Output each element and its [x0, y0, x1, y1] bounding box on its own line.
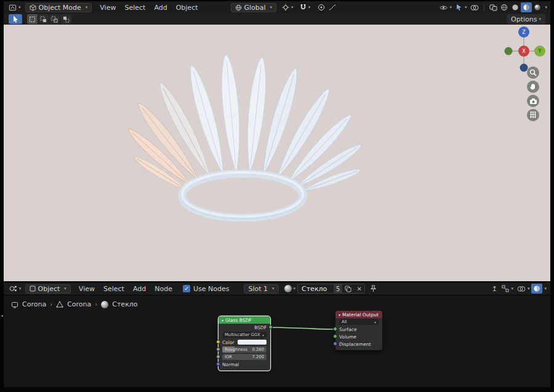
select-tool-button[interactable]: [9, 14, 22, 24]
cube-icon: [30, 4, 36, 11]
target-dropdown[interactable]: All ▾: [339, 319, 379, 325]
chevron-down-icon: ▾: [272, 286, 275, 291]
topbar: ▾ Object Mode ▾ View Select Add Object G…: [4, 1, 550, 14]
menu-view[interactable]: View: [95, 4, 120, 12]
shader-menu-select[interactable]: Select: [99, 285, 129, 293]
ior-row: IOR 7.200: [219, 353, 270, 361]
select-mode-new-button[interactable]: [27, 14, 38, 24]
breadcrumb-material[interactable]: Стекло: [112, 300, 137, 308]
roughness-input-socket[interactable]: [216, 347, 220, 351]
displacement-input-socket[interactable]: [333, 342, 337, 346]
parent-node-tree-button[interactable]: ↥: [489, 284, 500, 294]
target-label: All: [342, 319, 347, 324]
proportional-editing-toggle[interactable]: [316, 2, 327, 12]
menu-object[interactable]: Object: [172, 4, 203, 12]
new-material-button[interactable]: [342, 284, 354, 293]
glass-node-header[interactable]: ▾ Glass BSDF: [219, 316, 270, 324]
surface-row: Surface: [335, 326, 382, 333]
slot-dropdown[interactable]: Slot 1 ▾: [244, 284, 278, 294]
distribution-dropdown[interactable]: Multiscatter GGX ▾: [222, 332, 267, 338]
gizmos-dropdown[interactable]: ▾: [454, 2, 469, 12]
volume-input-socket[interactable]: [333, 334, 337, 338]
chevron-right-icon: ›: [95, 301, 97, 308]
shading-solid-button[interactable]: [510, 2, 521, 12]
pivot-icon: [282, 4, 289, 11]
move-view-button[interactable]: [527, 81, 539, 93]
chevron-down-icon: ▾: [86, 5, 88, 10]
mode-dropdown[interactable]: Object Mode ▾: [25, 3, 92, 12]
chevron-down-icon: ▾: [64, 286, 66, 291]
output-node-header[interactable]: ▾ Material Output: [335, 311, 382, 318]
camera-view-button[interactable]: [527, 95, 539, 107]
magnet-icon: [300, 4, 307, 11]
roughness-label: Roughness: [225, 347, 247, 352]
chevron-down-icon: ▾: [539, 17, 541, 22]
shading-material-button[interactable]: [521, 2, 532, 12]
distribution-label: Multiscatter GGX: [225, 332, 260, 337]
visibility-dropdown[interactable]: ▾: [438, 2, 454, 12]
node-editor-icon: [9, 285, 17, 292]
snap-dropdown[interactable]: ▾: [298, 2, 313, 12]
ior-input-socket[interactable]: [216, 354, 220, 359]
node-overlays-dropdown[interactable]: ▾: [515, 284, 532, 294]
roughness-slider[interactable]: Roughness 0.280: [222, 346, 267, 353]
shader-menu-node[interactable]: Node: [150, 285, 177, 293]
preview-shading-button[interactable]: [531, 284, 542, 294]
xray-toggle[interactable]: [488, 2, 499, 12]
shader-type-dropdown[interactable]: Object ▾: [25, 284, 71, 294]
node-link: [4, 295, 550, 387]
use-nodes-checkbox[interactable]: ✓: [183, 285, 190, 292]
bsdf-output-label: BSDF: [254, 325, 267, 330]
duplicate-icon: [345, 286, 351, 292]
breadcrumb-object[interactable]: Corona: [67, 300, 91, 308]
shader-menu-view[interactable]: View: [74, 285, 99, 293]
options-button[interactable]: Options ▾: [507, 14, 545, 24]
select-mode-subtract-button[interactable]: [49, 14, 60, 24]
surface-input-socket[interactable]: [333, 327, 337, 331]
shading-wireframe-button[interactable]: [499, 2, 510, 12]
collapse-icon[interactable]: ▾: [222, 318, 223, 322]
material-users-button[interactable]: 5: [334, 284, 342, 293]
pin-icon: [370, 285, 377, 292]
distribution-row: Multiscatter GGX ▾: [219, 331, 270, 338]
perspective-toggle-button[interactable]: [527, 109, 539, 121]
unlink-material-button[interactable]: ✕: [354, 284, 364, 293]
pivot-point-dropdown[interactable]: ▾: [280, 2, 295, 12]
menu-add[interactable]: Add: [150, 4, 171, 12]
navigation-gizmo[interactable]: Z X Y: [495, 26, 550, 75]
editor-type-button[interactable]: ▾: [7, 2, 23, 12]
displacement-label: Displacement: [339, 342, 371, 347]
material-datablock: Стекло 5 ✕: [297, 284, 365, 294]
breadcrumb-scene[interactable]: Corona: [22, 300, 46, 308]
bsdf-output-socket[interactable]: [268, 325, 273, 329]
overlays-dropdown[interactable]: [468, 2, 481, 12]
collapse-icon[interactable]: ▾: [339, 313, 340, 317]
color-input-socket[interactable]: [216, 340, 220, 344]
snap-node-dropdown[interactable]: ▾: [500, 284, 515, 294]
node-editor-canvas[interactable]: Corona › Corona › Стекло ▾ Glass BSDF BS…: [4, 295, 550, 387]
material-browse-dropdown[interactable]: ▾: [283, 284, 298, 294]
overlap-circles-icon: [517, 286, 526, 292]
material-name-field[interactable]: Стекло: [298, 285, 334, 293]
shading-rendered-button[interactable]: [532, 2, 543, 12]
pin-toggle[interactable]: [368, 284, 379, 294]
panel-collapse-arrow[interactable]: ◂: [0, 313, 4, 318]
tool-settings-bar: Options ▾: [4, 14, 550, 25]
normal-input-socket[interactable]: [216, 362, 220, 366]
normal-row: Normal: [219, 361, 270, 368]
editor-type-button-shader[interactable]: ▾: [7, 284, 23, 294]
transform-orientation-dropdown[interactable]: Global ▾: [231, 3, 277, 12]
menu-select[interactable]: Select: [120, 4, 150, 12]
select-mode-invert-button[interactable]: [60, 14, 71, 24]
shader-menu-add[interactable]: Add: [129, 285, 150, 293]
close-icon: ✕: [356, 286, 361, 292]
viewport-3d[interactable]: Z X Y: [4, 25, 550, 281]
material-sphere-icon: [284, 285, 292, 292]
zoom-button[interactable]: [527, 66, 539, 79]
color-swatch[interactable]: [238, 340, 267, 345]
select-mode-extend-button[interactable]: [38, 14, 49, 24]
ior-slider[interactable]: IOR 7.200: [222, 354, 267, 360]
orientation-label: Global: [244, 4, 266, 12]
glass-bsdf-node[interactable]: ▾ Glass BSDF BSDF Multiscatter GGX ▾ Col…: [219, 316, 270, 370]
material-output-node[interactable]: ▾ Material Output All ▾ Surface Volume D…: [335, 311, 382, 350]
